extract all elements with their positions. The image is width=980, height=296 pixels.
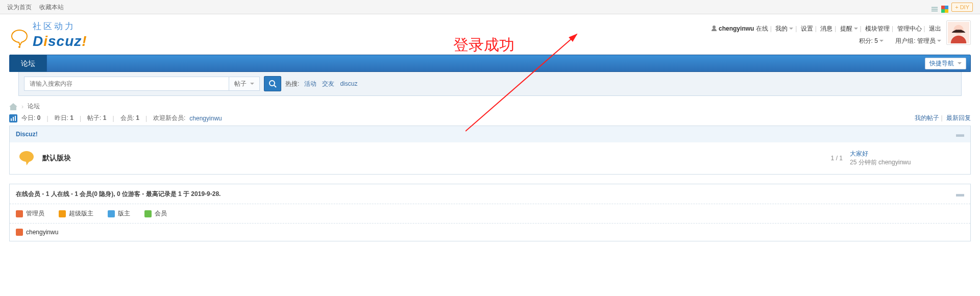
- top-utility-bar: 设为首页 收藏本站 + DIY: [0, 0, 980, 14]
- forum-bubble-icon: [18, 150, 35, 166]
- my-menu[interactable]: 我的: [775, 25, 793, 32]
- quick-nav-button[interactable]: 快捷导航: [925, 58, 966, 69]
- breadcrumb-current: 论坛: [28, 102, 40, 111]
- user-icon: [711, 25, 717, 31]
- chevron-right-icon: ›: [21, 103, 23, 110]
- svg-point-8: [713, 26, 716, 29]
- user-panel: chengyinwu 在线| 我的| 设置| 消息| 提醒| 模块管理| 管理中…: [711, 20, 971, 50]
- admin-color-icon: [16, 210, 23, 217]
- admin-center-link[interactable]: 管理中心: [897, 25, 922, 32]
- role-member: 会员: [155, 209, 167, 218]
- svg-point-12: [960, 30, 962, 32]
- collapse-section-icon[interactable]: ▬: [956, 130, 964, 139]
- diy-button[interactable]: + DIY: [951, 3, 973, 12]
- nav-forum-tab[interactable]: 论坛: [10, 55, 47, 72]
- favorite-site-link[interactable]: 收藏本站: [39, 4, 64, 11]
- forum-stats-line: 今日: 0| 昨日: 1| 帖子: 1| 会员: 1| 欢迎新会员: cheng…: [9, 114, 971, 122]
- last-post-meta: 25 分钟前 chengyinwu: [850, 159, 911, 166]
- hot-link-2[interactable]: discuz: [340, 80, 357, 87]
- forum-section: Discuz! ▬ 默认版块 1 / 1 大家好 25 分钟前 chengyin…: [9, 126, 971, 175]
- stats-icon[interactable]: [9, 114, 17, 122]
- section-title[interactable]: Discuz!: [16, 131, 38, 138]
- svg-point-11: [955, 30, 957, 32]
- breadcrumb: › 论坛: [9, 102, 971, 111]
- main-nav: 论坛 快捷导航: [9, 55, 971, 72]
- search-icon: [268, 80, 277, 88]
- points-label: 积分:: [859, 37, 873, 44]
- last-post-title[interactable]: 大家好: [850, 150, 868, 157]
- hot-link-0[interactable]: 活动: [304, 80, 316, 87]
- online-members-box: 在线会员 - 1 人在线 - 1 会员(0 隐身), 0 位游客 - 最高记录是…: [9, 184, 971, 241]
- svg-rect-2: [932, 10, 938, 11]
- forum-counts: 1 / 1: [831, 155, 843, 162]
- role-admin: 管理员: [26, 209, 44, 218]
- logo-bubble-icon: [9, 29, 30, 50]
- smod-color-icon: [59, 210, 66, 217]
- header: 社区动力 Discuz! chengyinwu 在线| 我的| 设置| 消息| …: [0, 14, 980, 55]
- svg-rect-1: [932, 9, 938, 10]
- usergroup-label: 用户组:: [895, 37, 915, 44]
- svg-rect-16: [13, 117, 14, 121]
- hot-label: 热搜:: [285, 80, 299, 87]
- svg-rect-6: [945, 9, 948, 13]
- search-button[interactable]: [264, 76, 281, 91]
- set-homepage-link[interactable]: 设为首页: [7, 4, 32, 11]
- site-logo[interactable]: 社区动力 Discuz!: [9, 20, 87, 50]
- logout-link[interactable]: 退出: [929, 25, 941, 32]
- usergroup-value[interactable]: 管理员: [917, 37, 941, 44]
- svg-point-13: [270, 81, 275, 86]
- search-bar: 帖子 热搜: 活动 交友 discuz: [18, 72, 962, 96]
- hot-link-1[interactable]: 交友: [322, 80, 334, 87]
- forum-name-link[interactable]: 默认版块: [42, 154, 824, 163]
- svg-rect-17: [15, 116, 16, 121]
- svg-rect-4: [945, 6, 948, 9]
- mod-color-icon: [108, 210, 115, 217]
- avatar[interactable]: [946, 20, 971, 45]
- settings-link[interactable]: 设置: [801, 25, 813, 32]
- notices-menu[interactable]: 提醒: [840, 25, 858, 32]
- my-posts-link[interactable]: 我的帖子: [915, 114, 939, 121]
- messages-link[interactable]: 消息: [820, 25, 832, 32]
- search-input[interactable]: [24, 77, 229, 90]
- svg-rect-15: [11, 118, 12, 121]
- svg-point-7: [18, 46, 20, 48]
- online-status: 在线: [756, 25, 768, 32]
- logo-tagline: 社区动力: [33, 20, 87, 32]
- module-admin-link[interactable]: 模块管理: [865, 25, 890, 32]
- home-icon[interactable]: [9, 103, 17, 110]
- forum-last-post: 大家好 25 分钟前 chengyinwu: [850, 150, 962, 167]
- collapse-icon[interactable]: [931, 4, 938, 11]
- new-member-link[interactable]: chengyinwu: [189, 115, 222, 122]
- logo-brand: Discuz!: [33, 33, 87, 50]
- svg-rect-3: [941, 6, 945, 9]
- palette-icon[interactable]: [941, 4, 948, 11]
- hot-searches: 热搜: 活动 交友 discuz: [285, 80, 361, 88]
- latest-replies-link[interactable]: 最新回复: [946, 114, 971, 121]
- online-user-link[interactable]: chengyinwu: [26, 229, 58, 236]
- svg-line-14: [274, 85, 276, 87]
- online-summary: 在线会员 - 1 人在线 - 1 会员(0 隐身), 0 位游客 - 最高记录是…: [16, 190, 220, 199]
- points-value[interactable]: 5: [874, 37, 884, 44]
- role-mod: 版主: [118, 209, 130, 218]
- collapse-online-icon[interactable]: ▬: [956, 189, 964, 199]
- role-super-mod: 超级版主: [69, 209, 93, 218]
- user-role-icon: [16, 229, 23, 236]
- search-type-select[interactable]: 帖子: [229, 77, 259, 90]
- member-color-icon: [144, 210, 152, 217]
- username-link[interactable]: chengyinwu: [719, 25, 754, 32]
- svg-rect-5: [941, 9, 945, 13]
- forum-row: 默认版块 1 / 1 大家好 25 分钟前 chengyinwu: [10, 142, 970, 174]
- svg-rect-0: [932, 7, 938, 8]
